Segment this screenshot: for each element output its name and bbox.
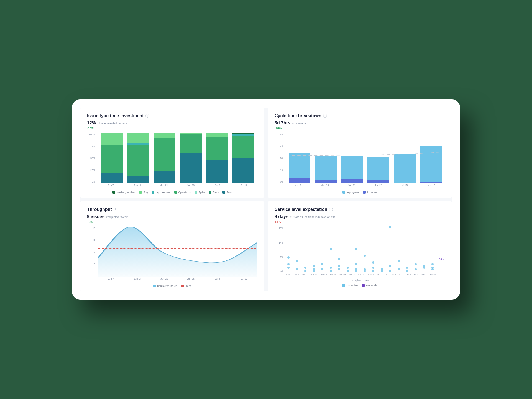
x-tick: Jul 5 (391, 273, 396, 278)
x-axis: Jun 5Jun 8Jun 10Jun 11Jun 12Jun 14Jun 18… (285, 273, 436, 278)
legend-label: Trend (185, 285, 191, 287)
metric-delta: +8% (87, 220, 257, 224)
info-icon[interactable]: i (329, 208, 333, 211)
x-tick: Jun 14 (312, 184, 338, 189)
info-icon[interactable]: i (114, 208, 117, 211)
bar-segment (367, 157, 389, 181)
metric-row: 8 days 85% of issues finish in 8 days or… (275, 214, 445, 219)
stacked-bars (98, 133, 257, 183)
legend-item: Story (209, 191, 219, 194)
x-tick: Jul 5 (392, 184, 418, 189)
legend-item: In review (363, 191, 377, 194)
legend-label: Task (227, 191, 232, 194)
x-tick: Jul 12 (430, 273, 436, 278)
legend-item: Cycle time (342, 284, 358, 287)
y-tick: 100% (87, 133, 97, 136)
x-tick: Jun 28 (365, 184, 392, 189)
x-tick: Jun 7 (98, 277, 124, 282)
x-tick: Jul 5 (204, 184, 231, 189)
y-axis: 27d14d7d0d (275, 227, 285, 273)
x-tick: Jun 28 (178, 184, 204, 189)
dashboard-device: Issue type time investment i 12% of time… (72, 99, 460, 300)
bar-segment (206, 133, 228, 137)
area-chart (98, 227, 257, 277)
scatter-point (398, 268, 400, 270)
scatter-point (330, 248, 332, 250)
y-tick: 0d (275, 180, 285, 183)
scatter-point (313, 265, 315, 267)
y-tick: 12 (87, 239, 97, 242)
x-tick: Jun 11 (311, 273, 318, 278)
bar-column (127, 133, 149, 183)
scatter-point (296, 260, 298, 262)
x-tick: Jul 11 (421, 273, 427, 278)
x-tick: Jul 4 (384, 273, 389, 278)
bar-segment (154, 138, 175, 171)
metric-delta: -16% (275, 127, 445, 130)
scatter-point (338, 268, 340, 270)
legend-swatch (139, 191, 142, 194)
bar-segment (394, 183, 415, 183)
y-tick: 7d (275, 256, 285, 259)
x-tick: Jun 14 (124, 277, 151, 282)
chart-issue-type: 100%75%50%25%0% Jun 7Jun 14Jun 21Jun 28J… (87, 133, 257, 189)
x-tick: Jun 21 (151, 277, 177, 282)
legend-swatch (363, 191, 366, 194)
metric-sub: on average (292, 122, 306, 125)
plot-area: 85th (285, 227, 436, 273)
x-axis-label: Completion date (275, 279, 445, 282)
legend-label: Story (213, 191, 219, 194)
legend-swatch (153, 285, 156, 287)
bar-segment (101, 173, 123, 183)
bar-segment (127, 143, 149, 145)
scatter-point (330, 267, 332, 269)
bar-column (232, 133, 254, 183)
scatter-point (338, 265, 340, 267)
scatter-point (423, 265, 425, 267)
legend-swatch (181, 285, 184, 287)
y-tick: 50% (87, 157, 97, 160)
legend-item: [system] incident (112, 191, 135, 194)
metric-row: 12% of time invested on bugs (87, 121, 257, 126)
legend-swatch (342, 284, 345, 287)
scatter-point (372, 270, 374, 272)
legend-label: In progress (347, 191, 359, 194)
scatter-point (389, 270, 391, 272)
panel-issue-type: Issue type time investment i 12% of time… (80, 108, 264, 198)
x-tick: Jul 12 (231, 277, 257, 282)
legend-label: Completed issues (157, 285, 177, 287)
x-axis: Jun 7Jun 14Jun 21Jun 28Jul 5Jul 12 (98, 184, 257, 189)
bar-segment (180, 134, 201, 153)
panel-title: Cycle time breakdown i (275, 113, 445, 118)
scatter-point (313, 270, 315, 272)
info-icon[interactable]: i (323, 114, 327, 118)
panel-cycle-time: Cycle time breakdown i 3d 7hrs on averag… (268, 108, 452, 198)
y-tick: 14d (275, 241, 285, 244)
bar-segment (420, 146, 442, 182)
scatter-point (398, 260, 400, 262)
metric-value: 8 days (275, 214, 288, 219)
info-icon[interactable]: i (145, 114, 149, 118)
scatter-point (415, 268, 417, 270)
x-tick: Jun 10 (301, 273, 308, 278)
scatter-point (381, 270, 383, 272)
legend-label: Operations (178, 191, 191, 194)
bar-segment (101, 133, 123, 145)
legend-item: Completed issues (153, 285, 177, 287)
scatter-point (431, 268, 434, 270)
bar-segment (367, 180, 389, 183)
x-tick: Jun 21 (358, 273, 364, 278)
y-tick: 0% (87, 180, 97, 183)
bar-segment (206, 137, 228, 160)
x-tick: Jul 5 (204, 277, 231, 282)
legend: [system] incidentBugImprovementOperation… (87, 191, 257, 194)
bar-segment (341, 156, 363, 179)
x-tick: Jun 21 (338, 184, 365, 189)
legend-label: Cycle time (346, 284, 358, 287)
panel-title: Throughput i (87, 207, 257, 212)
scatter-point (355, 263, 357, 265)
scatter-point (389, 265, 391, 267)
bar-column (206, 133, 228, 183)
metric-delta: +3% (275, 220, 445, 224)
legend-label: Spike (199, 191, 205, 194)
